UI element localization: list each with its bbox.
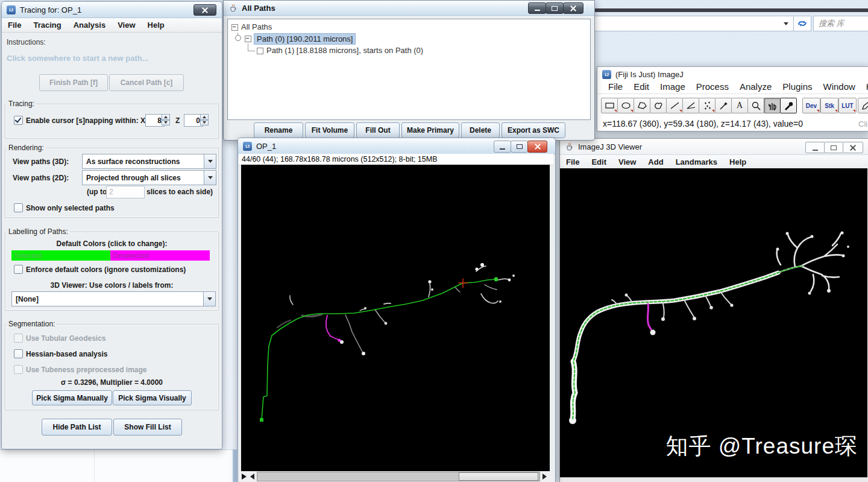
deselected-color-swatch[interactable]: Deselected xyxy=(110,250,210,261)
close-button[interactable] xyxy=(193,4,216,16)
menu-edit[interactable]: Edit xyxy=(585,155,612,169)
tracing-window: IJ Tracing for: OP_1 File Tracing Analys… xyxy=(1,1,222,449)
z-snap-spinner[interactable] xyxy=(200,114,209,125)
selected-color-swatch[interactable]: Selected xyxy=(11,250,110,261)
menu-analyze[interactable]: Analyze xyxy=(735,81,776,92)
menu-window[interactable]: Window xyxy=(819,81,860,92)
chevron-down-icon[interactable] xyxy=(204,154,216,168)
tree-item-path0[interactable]: Path (0) [190.2011 microns] xyxy=(254,33,356,45)
show-fill-list-button[interactable]: Show Fill List xyxy=(113,419,182,436)
enforce-colors-checkbox[interactable] xyxy=(14,265,23,274)
fiji-icon: IJ xyxy=(602,70,611,79)
slice-next-arrow[interactable] xyxy=(542,474,547,480)
close-button[interactable] xyxy=(843,142,863,153)
slice-scrollbar-thumb[interactable] xyxy=(459,472,538,481)
lut-tool[interactable]: LUT xyxy=(838,98,857,113)
tree-root-label[interactable]: All Paths xyxy=(241,22,272,31)
hessian-checkbox[interactable] xyxy=(14,349,23,358)
menu-landmarks[interactable]: Landmarks xyxy=(670,155,723,169)
rename-button[interactable]: Rename xyxy=(254,122,303,138)
tree-item-path1[interactable]: Path (1) [18.8188 microns], starts on Pa… xyxy=(266,46,423,55)
xy-snap-spinner[interactable] xyxy=(162,114,170,125)
dev-tool[interactable]: Dev xyxy=(802,98,820,113)
viewer3d-title: ImageJ 3D Viewer xyxy=(578,142,642,151)
explorer-refresh-button[interactable] xyxy=(793,16,811,31)
fill-out-button[interactable]: Fill Out xyxy=(356,122,400,138)
fit-volume-button[interactable]: Fit Volume xyxy=(305,122,354,138)
freehand-tool[interactable] xyxy=(650,98,667,113)
menu-view[interactable]: View xyxy=(612,155,642,169)
menu-view[interactable]: View xyxy=(112,18,141,32)
menu-process[interactable]: Process xyxy=(691,81,734,92)
combo-dropdown-icon[interactable] xyxy=(784,22,788,25)
upto-suffix-label: slices to each side) xyxy=(146,188,213,196)
pencil-tool[interactable] xyxy=(858,98,868,113)
finish-path-button[interactable]: Finish Path [f] xyxy=(39,74,108,91)
maximize-button[interactable] xyxy=(824,142,843,153)
close-button[interactable] xyxy=(527,141,547,153)
explorer-search-box[interactable]: 搜索 库 xyxy=(813,16,868,31)
close-button[interactable] xyxy=(563,2,583,14)
show-selected-checkbox[interactable] xyxy=(14,203,23,212)
minimize-button[interactable] xyxy=(494,141,511,153)
rectangle-tool[interactable] xyxy=(601,98,618,113)
make-primary-button[interactable]: Make Primary xyxy=(401,122,459,138)
menu-help[interactable]: Help xyxy=(723,155,752,169)
tree-expand-path0-icon[interactable] xyxy=(245,36,251,42)
viewer-colors-combo[interactable]: [None] xyxy=(11,291,216,306)
text-tool[interactable]: A xyxy=(731,98,748,113)
menu-image[interactable]: Image xyxy=(655,81,690,92)
tree-leaf-path1-icon[interactable] xyxy=(257,48,263,54)
op1-titlebar[interactable]: IJ OP_1 xyxy=(238,138,555,154)
view2d-combo[interactable]: Projected through all slices xyxy=(82,170,216,185)
view3d-combo[interactable]: As surface reconstructions xyxy=(82,154,216,169)
menu-analysis[interactable]: Analysis xyxy=(68,18,112,32)
menu-tracing[interactable]: Tracing xyxy=(27,18,67,32)
angle-tool[interactable] xyxy=(682,98,699,113)
hand-tool[interactable] xyxy=(764,98,781,113)
export-swc-button[interactable]: Export as SWC xyxy=(502,122,565,138)
cancel-path-button[interactable]: Cancel Path [c] xyxy=(109,74,184,91)
line-tool[interactable] xyxy=(666,98,683,113)
menu-file[interactable]: File xyxy=(603,81,627,92)
upto-field[interactable]: 2 xyxy=(106,186,145,198)
menu-plugins[interactable]: Plugins xyxy=(778,81,817,92)
wand-tool[interactable] xyxy=(715,98,732,113)
explorer-address-combo[interactable] xyxy=(594,16,793,31)
tracing-titlebar[interactable]: IJ Tracing for: OP_1 xyxy=(2,2,222,18)
stk-tool[interactable]: Stk xyxy=(820,98,838,113)
menu-help[interactable]: Help xyxy=(861,81,868,92)
point-tool[interactable] xyxy=(699,98,715,113)
chevron-down-icon[interactable] xyxy=(204,171,216,185)
menu-file[interactable]: File xyxy=(2,18,27,32)
imagej-titlebar[interactable]: IJ (Fiji Is Just) ImageJ xyxy=(597,67,868,80)
viewer3d-canvas[interactable]: 知乎 @Treasure琛 xyxy=(560,168,867,477)
chevron-down-icon[interactable] xyxy=(203,292,215,306)
pick-sigma-visually-button[interactable]: Pick Sigma Visually xyxy=(113,390,192,405)
tree-expand-root-icon[interactable] xyxy=(231,24,238,31)
menu-add[interactable]: Add xyxy=(642,155,669,169)
hide-path-list-button[interactable]: Hide Path List xyxy=(42,419,112,436)
tree-handle-icon[interactable] xyxy=(235,35,241,41)
slice-prev-arrow[interactable] xyxy=(250,474,254,480)
sigma-text: σ = 0.3296, Multiplier = 4.0000 xyxy=(2,378,222,387)
minimize-button[interactable] xyxy=(528,2,546,14)
menu-file[interactable]: File xyxy=(560,155,585,169)
oval-tool[interactable] xyxy=(617,98,634,113)
menu-edit[interactable]: Edit xyxy=(629,81,654,92)
pick-sigma-manually-button[interactable]: Pick Sigma Manually xyxy=(32,390,112,405)
play-icon[interactable] xyxy=(242,474,247,480)
delete-button[interactable]: Delete xyxy=(461,122,500,138)
minimize-button[interactable] xyxy=(805,142,825,153)
color-picker-tool[interactable] xyxy=(780,98,797,113)
maximize-button[interactable] xyxy=(511,141,528,153)
maximize-button[interactable] xyxy=(546,2,564,14)
snapping-checkbox[interactable] xyxy=(14,116,23,125)
polygon-tool[interactable] xyxy=(634,98,650,113)
all-paths-titlebar[interactable]: All Paths xyxy=(224,1,594,16)
op1-canvas[interactable] xyxy=(241,165,550,471)
zoom-tool[interactable] xyxy=(747,98,764,113)
viewer3d-titlebar[interactable]: ImageJ 3D Viewer xyxy=(560,139,868,155)
menu-help[interactable]: Help xyxy=(142,18,171,32)
slice-scrollbar-track[interactable] xyxy=(257,472,540,481)
